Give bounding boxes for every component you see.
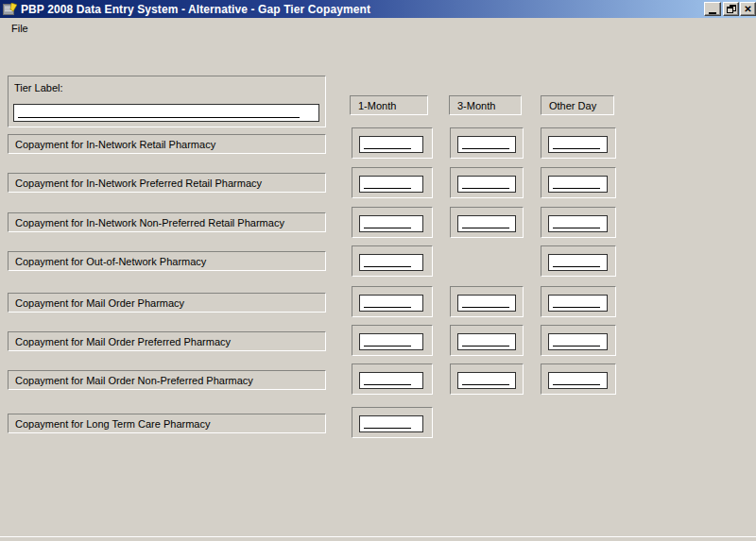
input-underline	[553, 228, 600, 228]
input-underline	[462, 188, 509, 189]
copay-input-3-1-month[interactable]	[359, 254, 423, 271]
copay-input-2-3-month[interactable]	[457, 215, 516, 232]
tier-label-underline	[18, 117, 300, 118]
copay-input-5-1-month[interactable]	[359, 333, 423, 350]
app-icon	[3, 3, 17, 16]
copay-cell-2-other-day	[541, 207, 616, 238]
copay-input-2-other-day[interactable]	[548, 215, 608, 232]
window-bottom-edge	[0, 536, 756, 541]
input-underline	[553, 266, 600, 267]
input-underline	[553, 346, 600, 347]
copay-cell-2-1-month	[352, 207, 433, 238]
copay-cell-4-1-month	[352, 286, 433, 317]
input-underline	[462, 307, 509, 308]
input-underline	[553, 384, 600, 385]
input-underline	[364, 148, 411, 149]
titlebar: PBP 2008 Data Entry System - Alternative…	[0, 0, 756, 18]
copay-input-6-1-month[interactable]	[359, 372, 423, 389]
input-underline	[553, 188, 600, 189]
input-underline	[364, 266, 411, 267]
row-label-5: Copayment for Mail Order Preferred Pharm…	[8, 331, 326, 351]
copay-input-1-1-month[interactable]	[359, 176, 423, 193]
input-underline	[462, 148, 509, 149]
minimize-icon	[709, 12, 716, 14]
copay-cell-5-1-month	[352, 325, 433, 356]
input-underline	[553, 307, 600, 308]
input-underline	[462, 384, 509, 385]
row-label-2: Copayment for In-Network Non-Preferred R…	[8, 212, 326, 232]
copay-input-6-3-month[interactable]	[457, 372, 516, 389]
tier-label-group: Tier Label:	[8, 76, 326, 127]
copay-cell-5-3-month	[450, 325, 524, 356]
column-header-1-month: 1-Month	[350, 95, 428, 115]
input-underline	[553, 148, 600, 149]
row-label-3: Copayment for Out-of-Network Pharmacy	[8, 251, 326, 271]
input-underline	[364, 228, 411, 228]
row-label-1: Copayment for In-Network Preferred Retai…	[8, 173, 326, 193]
copay-cell-2-3-month	[450, 207, 524, 238]
input-underline	[364, 428, 411, 429]
copay-input-1-3-month[interactable]	[457, 176, 516, 193]
copay-input-0-other-day[interactable]	[548, 136, 608, 153]
column-header-other-day: Other Day	[541, 95, 614, 115]
copay-cell-0-1-month	[352, 127, 433, 159]
minimize-button[interactable]	[704, 2, 721, 16]
copay-input-4-3-month[interactable]	[457, 295, 516, 312]
menubar: File	[0, 18, 756, 41]
input-underline	[462, 228, 509, 228]
copay-cell-4-3-month	[450, 286, 524, 317]
copay-input-5-3-month[interactable]	[457, 333, 516, 350]
copay-cell-6-other-day	[541, 363, 616, 395]
row-label-6: Copayment for Mail Order Non-Preferred P…	[8, 370, 326, 390]
row-label-0: Copayment for In-Network Retail Pharmacy	[8, 134, 326, 154]
row-label-4: Copayment for Mail Order Pharmacy	[8, 293, 326, 313]
copay-cell-4-other-day	[541, 286, 616, 317]
restore-button[interactable]	[723, 2, 739, 16]
copay-input-4-1-month[interactable]	[359, 295, 423, 312]
copay-cell-0-other-day	[541, 127, 616, 159]
input-underline	[364, 307, 411, 308]
input-underline	[462, 346, 509, 347]
copay-cell-6-3-month	[450, 363, 524, 395]
copay-input-2-1-month[interactable]	[359, 215, 423, 232]
tier-label-input[interactable]	[13, 104, 319, 122]
copay-cell-6-1-month	[352, 363, 433, 395]
copay-input-6-other-day[interactable]	[548, 372, 608, 389]
input-underline	[364, 188, 411, 189]
copay-cell-5-other-day	[541, 325, 616, 356]
restore-icon	[727, 5, 736, 13]
window-title: PBP 2008 Data Entry System - Alternative…	[21, 3, 370, 16]
copay-cell-1-1-month	[352, 167, 433, 198]
copay-input-1-other-day[interactable]	[548, 176, 608, 193]
close-icon: ✕	[744, 5, 751, 14]
input-underline	[364, 346, 411, 347]
copay-cell-1-other-day	[541, 167, 616, 198]
tier-label-caption: Tier Label:	[14, 82, 63, 93]
close-button[interactable]: ✕	[740, 2, 756, 16]
copay-input-3-other-day[interactable]	[548, 254, 608, 271]
copay-cell-0-3-month	[450, 127, 524, 159]
copay-input-4-other-day[interactable]	[548, 295, 608, 312]
copay-cell-3-1-month	[352, 245, 433, 277]
copay-cell-1-3-month	[450, 167, 524, 198]
row-label-7: Copayment for Long Term Care Pharmacy	[8, 414, 326, 433]
menu-file[interactable]: File	[7, 22, 33, 35]
copay-cell-7-1-month	[352, 407, 433, 438]
copay-cell-3-other-day	[541, 245, 616, 277]
copay-input-0-1-month[interactable]	[359, 136, 423, 153]
copay-input-5-other-day[interactable]	[548, 333, 608, 350]
copay-input-7-1-month[interactable]	[359, 415, 423, 432]
column-header-3-month: 3-Month	[449, 95, 522, 115]
copay-input-0-3-month[interactable]	[457, 136, 516, 153]
input-underline	[364, 384, 411, 385]
